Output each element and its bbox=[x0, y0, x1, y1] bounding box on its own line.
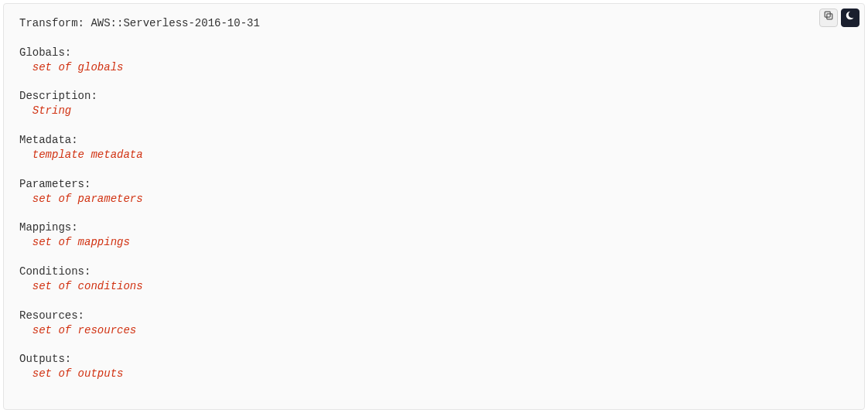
code-key: Parameters: bbox=[19, 178, 91, 190]
code-key: Resources: bbox=[19, 309, 84, 322]
code-content: Transform: AWS::Serverless-2016-10-31 Gl… bbox=[19, 16, 849, 381]
code-replaceable: set of resources bbox=[32, 324, 136, 336]
code-key: Outputs: bbox=[19, 353, 71, 365]
copy-icon bbox=[823, 10, 834, 26]
code-replaceable: set of mappings bbox=[32, 236, 130, 248]
code-replaceable: String bbox=[32, 104, 71, 117]
svg-rect-1 bbox=[825, 12, 830, 17]
code-block: Transform: AWS::Serverless-2016-10-31 Gl… bbox=[3, 3, 865, 410]
code-key: Mappings: bbox=[19, 221, 78, 234]
code-replaceable: set of parameters bbox=[32, 193, 143, 205]
code-replaceable: set of globals bbox=[32, 61, 124, 73]
code-replaceable: template metadata bbox=[32, 148, 143, 161]
moon-icon bbox=[845, 10, 856, 26]
code-value: AWS::Serverless-2016-10-31 bbox=[84, 17, 260, 29]
code-toolbar bbox=[819, 9, 859, 27]
copy-button[interactable] bbox=[819, 9, 838, 27]
code-key: Globals: bbox=[19, 46, 71, 59]
theme-toggle-button[interactable] bbox=[841, 9, 859, 27]
svg-rect-0 bbox=[827, 14, 832, 19]
code-key: Transform: bbox=[19, 17, 84, 29]
code-key: Conditions: bbox=[19, 265, 91, 278]
code-key: Metadata: bbox=[19, 134, 78, 146]
code-replaceable: set of conditions bbox=[32, 280, 143, 292]
code-key: Description: bbox=[19, 90, 97, 102]
code-replaceable: set of outputs bbox=[32, 367, 124, 380]
